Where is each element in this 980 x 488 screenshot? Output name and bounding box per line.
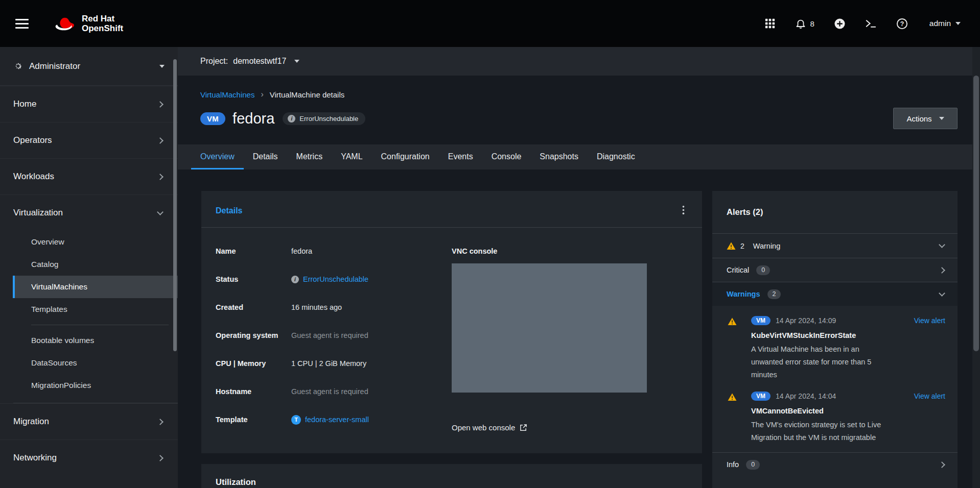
add-button[interactable] [834, 18, 846, 30]
view-alert-link[interactable]: View alert [914, 316, 945, 325]
alert-title: VMCannotBeEvicted [751, 407, 945, 415]
notifications-button[interactable]: 8 [795, 18, 814, 29]
hamburger-icon [15, 19, 29, 20]
project-value: demotestwtf17 [233, 57, 286, 66]
alert-item: VM 14 Apr 2024, 14:09 View alert KubeVir… [712, 306, 958, 381]
sidebar-item-catalog[interactable]: Catalog [13, 253, 178, 276]
perspective-label: Administrator [29, 61, 153, 71]
vnc-console-section: VNC console Open web console [452, 246, 688, 432]
details-card-title-link[interactable]: Details [216, 206, 242, 215]
vnc-console-preview[interactable] [452, 263, 647, 393]
sidebar-nav: Administrator Home Operators Workloads V… [0, 47, 178, 488]
details-fields: Name fedora Status i ErrorUnschedulable … [216, 246, 452, 432]
field-hostname: Hostname Guest agent is required [216, 386, 452, 397]
sidebar-item-templates[interactable]: Templates [13, 298, 178, 321]
chevron-down-icon [159, 65, 165, 70]
vnc-console-label: VNC console [452, 246, 688, 256]
nav-toggle-button[interactable] [13, 17, 31, 31]
perspective-switcher[interactable]: Administrator [0, 47, 178, 86]
sidebar-item-workloads[interactable]: Workloads [0, 158, 178, 194]
app-launcher-button[interactable] [764, 18, 776, 29]
user-menu[interactable]: admin [929, 19, 961, 28]
tab-snapshots[interactable]: Snapshots [530, 144, 588, 169]
sidebar-item-migrationpolicies[interactable]: MigrationPolicies [13, 374, 178, 397]
sidebar-item-networking[interactable]: Networking [0, 440, 178, 476]
view-alert-link[interactable]: View alert [914, 392, 945, 400]
chevron-right-icon [939, 267, 945, 274]
status-badge[interactable]: i ErrorUnschedulable [283, 112, 365, 125]
sidebar-item-operators[interactable]: Operators [0, 122, 178, 158]
chevron-right-icon [157, 455, 164, 461]
chevron-right-icon [939, 461, 945, 468]
page-body: VirtualMachines › VirtualMachine details… [178, 76, 980, 488]
sidebar-item-virtualmachines[interactable]: VirtualMachines [13, 276, 178, 298]
tab-diagnostic[interactable]: Diagnostic [588, 144, 644, 169]
chevron-down-icon [939, 241, 945, 248]
field-operating-system: Operating system Guest agent is required [216, 330, 452, 340]
masthead: Red Hat OpenShift 8 [0, 0, 980, 47]
alerts-group-warnings[interactable]: Warnings 2 [712, 282, 958, 306]
info-icon: i [288, 115, 295, 123]
warning-count: 2 [740, 242, 744, 250]
critical-count-badge: 0 [756, 265, 770, 275]
vm-badge: VM [751, 392, 771, 401]
page-scrollbar[interactable] [972, 47, 980, 488]
info-icon: i [291, 276, 299, 283]
tab-configuration[interactable]: Configuration [372, 144, 439, 169]
scrollbar-thumb[interactable] [973, 76, 979, 351]
utilization-card: Utilization [201, 464, 702, 488]
field-cpu-memory: CPU | Memory 1 CPU | 2 GiB Memory [216, 358, 452, 369]
alert-description: A Virtual Machine has been in an unwante… [751, 343, 881, 381]
alerts-group-critical[interactable]: Critical 0 [712, 258, 958, 282]
chevron-down-icon [939, 290, 945, 297]
app-launcher-grid-icon [764, 18, 776, 29]
kebab-menu-icon[interactable] [679, 204, 688, 217]
tab-yaml[interactable]: YAML [332, 144, 371, 169]
tab-console[interactable]: Console [482, 144, 531, 169]
tab-metrics[interactable]: Metrics [287, 144, 332, 169]
brand-line2: OpenShift [82, 23, 123, 33]
warnings-count-badge: 2 [767, 289, 781, 299]
status-link[interactable]: ErrorUnschedulable [303, 274, 368, 284]
virtualization-subnav: Overview Catalog VirtualMachines Templat… [0, 231, 178, 400]
chevron-down-icon [157, 209, 164, 215]
bell-icon [795, 18, 806, 29]
alerts-summary-row[interactable]: 2 Warning [712, 234, 958, 258]
alert-timestamp: 14 Apr 2024, 14:04 [776, 392, 836, 400]
breadcrumb-current: VirtualMachine details [270, 90, 344, 99]
sidebar-item-migration[interactable]: Migration [0, 403, 178, 440]
tab-overview[interactable]: Overview [191, 144, 244, 169]
sidebar-scrollbar[interactable] [173, 59, 177, 351]
sidebar-item-virtualization[interactable]: Virtualization [0, 194, 178, 231]
external-link-icon [520, 424, 527, 431]
plus-circle-icon [834, 18, 846, 30]
status-text: ErrorUnschedulable [299, 115, 358, 123]
alerts-group-info[interactable]: Info 0 [712, 453, 958, 476]
breadcrumb-virtualmachines-link[interactable]: VirtualMachines [200, 90, 254, 99]
help-button[interactable]: ? [896, 18, 908, 30]
template-link[interactable]: fedora-server-small [305, 414, 369, 425]
warning-label: Warning [753, 242, 780, 250]
field-name: Name fedora [216, 246, 452, 256]
tab-events[interactable]: Events [439, 144, 482, 169]
redhat-logo-icon [53, 15, 77, 32]
vm-badge: VM [200, 112, 225, 125]
sidebar-item-home[interactable]: Home [0, 86, 178, 122]
brand-logo[interactable]: Red Hat OpenShift [53, 14, 123, 33]
brand-line1: Red Hat [82, 14, 123, 23]
sidebar-item-bootable-volumes[interactable]: Bootable volumes [13, 329, 178, 352]
tab-details[interactable]: Details [244, 144, 287, 169]
terminal-icon [865, 18, 877, 30]
alert-title: KubeVirtVMStuckInErrorState [751, 331, 945, 339]
details-card: Details Name fedora Status [201, 191, 702, 453]
open-web-console-link[interactable]: Open web console [452, 423, 527, 432]
actions-button[interactable]: Actions [893, 108, 958, 129]
user-name: admin [929, 19, 951, 28]
terminal-button[interactable] [865, 18, 877, 30]
page-title: fedora [232, 110, 274, 127]
project-selector[interactable]: Project: demotestwtf17 [200, 57, 299, 66]
alerts-panel-title: Alerts (2) [712, 191, 958, 233]
info-count-badge: 0 [746, 460, 760, 470]
sidebar-item-virt-overview[interactable]: Overview [13, 231, 178, 253]
sidebar-item-datasources[interactable]: DataSources [13, 352, 178, 374]
